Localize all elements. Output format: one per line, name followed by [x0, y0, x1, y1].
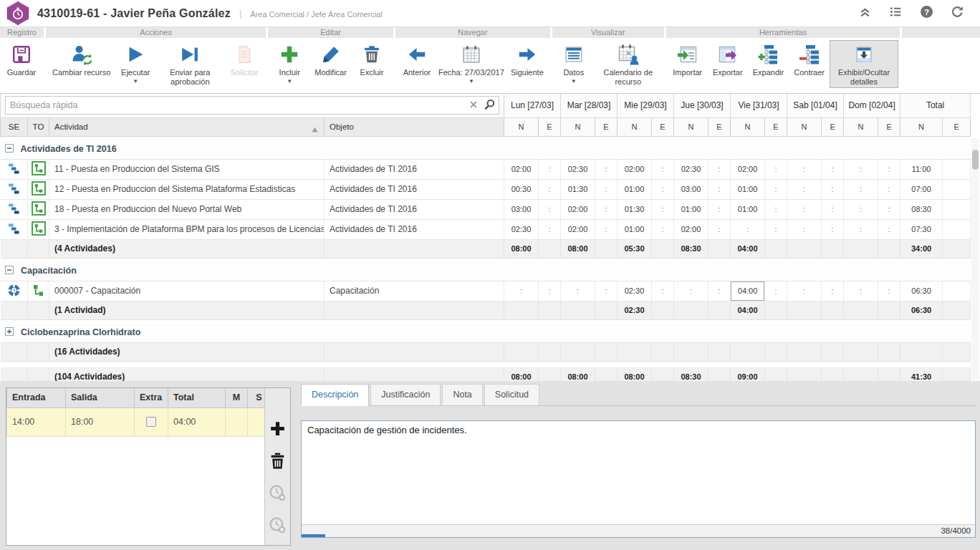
time-cell[interactable]: : — [708, 219, 731, 239]
time-cell[interactable]: : — [539, 199, 561, 219]
datos-button[interactable]: Datos ▼ — [554, 40, 594, 87]
tab-nota[interactable]: Nota — [442, 384, 482, 405]
time-cell[interactable] — [787, 301, 822, 319]
time-cell[interactable] — [844, 239, 878, 258]
time-cell[interactable]: 02:30 — [561, 159, 595, 179]
time-cell[interactable]: : — [708, 199, 731, 219]
menu-list-icon[interactable] — [889, 5, 903, 21]
time-cell[interactable]: : — [539, 281, 561, 301]
time-cell[interactable]: 08:30 — [674, 239, 708, 258]
time-cell[interactable] — [822, 239, 844, 258]
time-cell[interactable]: : — [787, 159, 822, 179]
time-cell[interactable] — [787, 239, 822, 258]
time-cell[interactable] — [618, 342, 652, 361]
fecha-27-03-2017-button[interactable]: Fecha: 27/03/2017 ▼ — [437, 40, 506, 87]
entrada-cell[interactable]: 14:00 — [7, 407, 66, 436]
time-cell[interactable] — [708, 342, 731, 361]
time-cell[interactable] — [787, 342, 822, 361]
activity-cell[interactable]: 3 - Implementación de Plataforma BPM par… — [49, 219, 325, 239]
time-cell[interactable] — [708, 301, 731, 319]
time-cell[interactable]: : — [822, 179, 844, 199]
time-cell[interactable] — [561, 301, 595, 319]
search-icon[interactable] — [484, 99, 494, 112]
time-cell[interactable]: : — [708, 179, 731, 199]
time-cell[interactable] — [674, 301, 708, 319]
time-cell[interactable] — [844, 342, 878, 361]
time-cell[interactable]: : — [652, 179, 674, 199]
time-cell[interactable] — [652, 342, 674, 361]
time-cell[interactable] — [844, 301, 878, 319]
time-cell[interactable] — [561, 342, 595, 361]
incluir-button[interactable]: Incluir ▼ — [269, 40, 309, 87]
time-cell[interactable]: 04:00 — [731, 301, 765, 319]
tab-descripci-n[interactable]: Descripción — [301, 384, 369, 406]
time-cell[interactable]: : — [674, 281, 708, 301]
modificar-button[interactable]: Modificar — [309, 40, 352, 79]
time-cell[interactable]: : — [504, 281, 539, 301]
time-cell[interactable] — [652, 239, 674, 258]
time-cell[interactable]: : — [765, 219, 787, 239]
day-header[interactable]: Dom [02/04] — [844, 94, 900, 117]
expandir-button[interactable]: Expandir — [748, 40, 789, 79]
time-cell[interactable] — [765, 239, 787, 258]
object-cell[interactable]: Actividades de TI 2016 — [325, 199, 504, 219]
time-cell[interactable] — [822, 301, 844, 319]
refresh-icon[interactable] — [951, 5, 964, 21]
clear-search-icon[interactable] — [469, 100, 478, 111]
object-cell[interactable]: Capacitación — [325, 281, 504, 301]
day-header[interactable]: Mie [29/03] — [618, 94, 674, 117]
time-cell[interactable]: : — [844, 159, 878, 179]
exportar-button[interactable]: Exportar — [708, 40, 748, 79]
ejecutar-button[interactable]: Ejecutar ▼ — [115, 40, 155, 87]
time-cell[interactable] — [504, 342, 539, 361]
time-cell[interactable]: 01:00 — [674, 199, 708, 219]
time-cell[interactable]: 02:00 — [561, 219, 595, 239]
time-cell[interactable] — [539, 342, 561, 361]
m-cell[interactable] — [226, 407, 248, 436]
search-input[interactable] — [10, 100, 469, 110]
time-cell[interactable]: : — [844, 219, 878, 239]
add-entry-button[interactable] — [269, 420, 287, 440]
time-cell[interactable]: : — [822, 219, 844, 239]
time-cell[interactable]: : — [844, 199, 878, 219]
time-cell[interactable] — [822, 342, 844, 361]
description-textarea[interactable]: Capacitación de gestión de incidentes. — [302, 421, 975, 513]
time-cell[interactable] — [878, 301, 900, 319]
time-cell[interactable]: 02:00 — [561, 199, 595, 219]
time-cell[interactable] — [539, 239, 561, 258]
time-cell[interactable]: : — [765, 179, 787, 199]
time-cell[interactable]: : — [878, 179, 900, 199]
clock-in-button[interactable] — [269, 484, 287, 505]
time-cell[interactable]: 08:00 — [561, 239, 595, 258]
time-cell[interactable]: : — [652, 159, 674, 179]
excluir-button[interactable]: Excluir — [352, 40, 392, 79]
exhibir-ocultar-detalles-button[interactable]: Exhibir/Ocultar detalles — [830, 40, 898, 88]
time-cell[interactable]: 00:30 — [504, 179, 539, 199]
extra-checkbox[interactable] — [146, 417, 156, 427]
activity-cell[interactable]: 18 - Puesta en Produccion del Nuevo Port… — [49, 199, 325, 219]
time-cell[interactable]: : — [652, 199, 674, 219]
time-cell[interactable] — [765, 342, 787, 361]
importar-button[interactable]: Importar — [668, 40, 708, 79]
col-header-se[interactable]: SE — [1, 117, 28, 136]
time-cell[interactable]: 01:00 — [731, 179, 765, 199]
anterior-button[interactable]: Anterior — [397, 40, 437, 79]
time-cell[interactable]: : — [595, 159, 618, 179]
time-cell[interactable]: : — [787, 179, 822, 199]
time-cell[interactable]: : — [844, 281, 878, 301]
time-cell[interactable]: : — [539, 159, 561, 179]
time-cell[interactable]: : — [652, 219, 674, 239]
day-header[interactable]: Mar [28/03] — [561, 94, 618, 117]
enviar-para-aprobaci-n-button[interactable]: Enviar para aprobación — [155, 40, 224, 88]
time-cell[interactable] — [539, 301, 561, 319]
day-header[interactable]: Vie [31/03] — [731, 94, 787, 117]
time-cell[interactable] — [878, 239, 900, 258]
time-cell[interactable]: 03:00 — [504, 199, 539, 219]
solicitar-button[interactable]: Solicitar — [224, 40, 264, 79]
activity-cell[interactable]: 11 - Puesta en Produccion del Sistema GI… — [49, 159, 325, 179]
time-cell[interactable]: : — [844, 179, 878, 199]
day-header[interactable]: Lun [27/03] — [504, 94, 561, 117]
time-cell[interactable]: : — [765, 159, 787, 179]
tab-justificaci-n[interactable]: Justificación — [370, 384, 441, 405]
col-header-activity[interactable]: Actividad — [49, 117, 325, 136]
